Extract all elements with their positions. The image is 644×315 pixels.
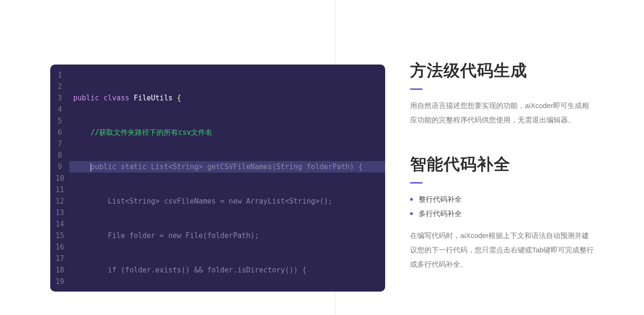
bullet-list: 整行代码补全 多行代码补全 <box>410 192 594 221</box>
line-number: 5 <box>50 115 69 127</box>
title-underline <box>410 88 422 90</box>
suggestion-token: List<String> csvFileNames = new ArrayLis… <box>73 197 333 206</box>
line-number: 1 <box>50 69 69 81</box>
section-description: 用自然语言描述您想要实现的功能，aiXcoder即可生成相应功能的完整程序代码供… <box>410 98 594 127</box>
keyword-token: public <box>73 94 99 102</box>
indent <box>73 128 90 137</box>
section-description: 在编写代码时，aiXcoder根据上下文和语法自动预测并建议您的下一行代码，您只… <box>410 228 594 272</box>
section-title: 方法级代码生成 <box>410 60 594 82</box>
line-number: 4 <box>50 104 69 115</box>
line-number: 16 <box>50 241 69 253</box>
line-number: 2 <box>50 81 69 92</box>
suggestion-token: File folder = new File(folderPath); <box>73 231 259 240</box>
line-number: 15 <box>50 230 69 241</box>
feature-section: 智能代码补全 整行代码补全 多行代码补全 在编写代码时，aiXcoder根据上下… <box>410 153 594 272</box>
line-number: 7 <box>50 138 69 150</box>
right-panel: 方法级代码生成 用自然语言描述您想要实现的功能，aiXcoder即可生成相应功能… <box>410 60 594 298</box>
line-number: 17 <box>50 253 69 264</box>
line-number: 8 <box>50 150 69 161</box>
keyword-token: clvass <box>103 94 129 102</box>
code-line: //获取文件夹路径下的所有csv文件名 <box>73 127 385 138</box>
feature-section: 方法级代码生成 用自然语言描述您想要实现的功能，aiXcoder即可生成相应功能… <box>410 60 594 127</box>
line-number: 10 <box>50 173 69 184</box>
line-number: 13 <box>50 207 69 218</box>
line-number: 14 <box>50 218 69 230</box>
code-line: List<String> csvFileNames = new ArrayLis… <box>73 196 385 207</box>
section-title: 智能代码补全 <box>410 153 594 175</box>
line-number: 9 <box>50 161 69 173</box>
indent <box>73 163 90 171</box>
code-line: public clvass FileUtils { <box>73 92 385 104</box>
code-editor[interactable]: 1 2 3 4 5 6 7 8 9 10 11 12 13 14 15 16 1… <box>50 65 385 292</box>
class-token: FileUtils <box>133 94 172 102</box>
suggestion-token: public static List<String> getCSVFileNam… <box>90 163 363 171</box>
line-number: 3 <box>50 92 69 104</box>
code-area[interactable]: public clvass FileUtils { //获取文件夹路径下的所有c… <box>69 65 385 292</box>
line-number: 6 <box>50 127 69 138</box>
suggestion-token: if (folder.exists() && folder.isDirector… <box>73 266 307 274</box>
line-gutter: 1 2 3 4 5 6 7 8 9 10 11 12 13 14 15 16 1… <box>50 65 69 292</box>
title-underline <box>410 182 422 184</box>
code-line: File folder = new File(folderPath); <box>73 230 385 241</box>
bullet-item: 整行代码补全 <box>410 192 594 206</box>
line-number: 19 <box>50 276 69 287</box>
bullet-item: 多行代码补全 <box>410 206 594 221</box>
brace-token: { <box>177 94 181 102</box>
code-line: if (folder.exists() && folder.isDirector… <box>73 264 385 276</box>
line-number: 11 <box>50 184 69 196</box>
code-line-highlighted: public static List<String> getCSVFileNam… <box>69 161 385 173</box>
line-number: 12 <box>50 196 69 207</box>
comment-token: //获取文件夹路径下的所有csv文件名 <box>90 128 212 137</box>
line-number: 18 <box>50 264 69 276</box>
